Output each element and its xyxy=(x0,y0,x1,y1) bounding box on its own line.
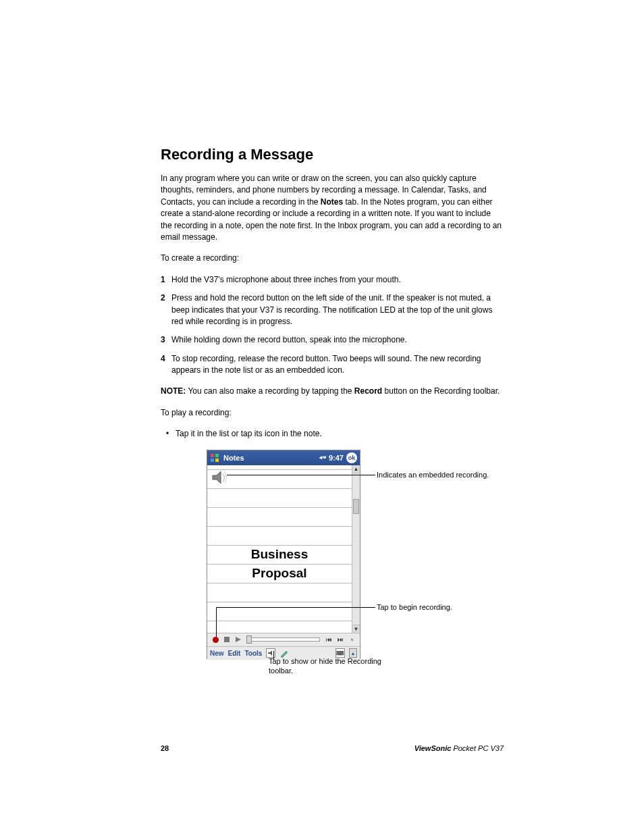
step-1: 1Hold the V37's microphone about three i… xyxy=(161,274,504,286)
scroll-up-arrow[interactable]: ▲ xyxy=(352,465,360,473)
svg-rect-2 xyxy=(211,459,214,462)
callout-toolbar-toggle: Tap to show or hide the Recording toolba… xyxy=(269,656,390,676)
note-line-2: Proposal xyxy=(207,564,352,583)
clock-time: 9:47 xyxy=(329,454,344,462)
progress-slider[interactable] xyxy=(247,637,320,642)
page-footer: 28 ViewSonic Pocket PC V37 xyxy=(161,744,504,752)
step-2: 2Press and hold the record button on the… xyxy=(161,292,504,328)
create-label: To create a recording: xyxy=(161,253,504,264)
callout-embedded: Indicates an embedded recording. xyxy=(377,470,491,479)
volume-icon[interactable]: ◀༄ xyxy=(319,454,326,461)
leader-line-1 xyxy=(227,475,375,475)
rewind-button[interactable]: ⏮ xyxy=(323,634,334,645)
note-bold-record: Record xyxy=(354,386,382,396)
step-4-text: To stop recording, release the record bu… xyxy=(171,354,481,375)
step-2-text: Press and hold the record button on the … xyxy=(171,293,492,326)
leader-line-2v xyxy=(216,607,217,637)
pocketpc-screenshot: Notes ◀༄ 9:47 ok Business Proposal ▲ xyxy=(207,450,360,659)
svg-rect-1 xyxy=(215,454,219,457)
page-heading: Recording a Message xyxy=(161,146,504,163)
stop-button[interactable] xyxy=(221,634,232,645)
step-3-text: While holding down the record button, sp… xyxy=(171,335,407,344)
menu-new[interactable]: New xyxy=(210,650,224,657)
scroll-down-arrow[interactable]: ▼ xyxy=(352,625,360,633)
step-3: 3While holding down the record button, s… xyxy=(161,334,504,346)
steps-list: 1Hold the V37's microphone about three i… xyxy=(161,274,504,377)
footer-model-text: Pocket PC V37 xyxy=(451,744,504,752)
play-bullet: Tap it in the list or tap its icon in th… xyxy=(161,428,504,440)
note-label: NOTE: xyxy=(161,386,186,396)
record-button[interactable] xyxy=(210,634,221,645)
ok-button[interactable]: ok xyxy=(346,452,357,463)
footer-model: ViewSonic Pocket PC V37 xyxy=(169,744,504,752)
menu-edit[interactable]: Edit xyxy=(228,650,241,657)
step-1-text: Hold the V37's microphone about three in… xyxy=(171,275,401,284)
footer-brand: ViewSonic xyxy=(414,744,452,752)
slider-knob[interactable] xyxy=(246,635,252,644)
menu-tools[interactable]: Tools xyxy=(244,650,262,657)
svg-marker-5 xyxy=(268,650,272,656)
svg-rect-3 xyxy=(215,459,219,462)
intro-bold-notes: Notes xyxy=(321,197,343,207)
svg-marker-4 xyxy=(213,471,221,484)
figure-area: Notes ◀༄ 9:47 ok Business Proposal ▲ xyxy=(161,450,504,700)
intro-paragraph: In any program where you can write or dr… xyxy=(161,173,504,243)
embedded-recording-icon[interactable] xyxy=(211,469,229,486)
start-flag-icon[interactable] xyxy=(210,452,221,463)
handwritten-note: Business Proposal xyxy=(207,545,352,583)
step-4: 4To stop recording, release the record b… xyxy=(161,353,504,377)
note-paragraph: NOTE: You can also make a recording by t… xyxy=(161,386,504,397)
leader-line-2h xyxy=(216,607,375,608)
title-bar: Notes ◀༄ 9:47 ok xyxy=(207,450,360,465)
audio-settings-button[interactable]: ৸ xyxy=(346,634,357,645)
play-bullet-list: Tap it in the list or tap its icon in th… xyxy=(161,428,504,440)
app-title: Notes xyxy=(223,454,244,462)
page-number: 28 xyxy=(161,744,169,752)
svg-rect-0 xyxy=(211,454,214,457)
note-post: button on the Recording toolbar. xyxy=(382,386,500,396)
recording-toolbar: ⏮ ⏭ ৸ xyxy=(207,633,360,646)
forward-button[interactable]: ⏭ xyxy=(335,634,346,645)
note-pre: You can also make a recording by tapping… xyxy=(186,386,354,396)
play-label: To play a recording: xyxy=(161,407,504,419)
note-line-1: Business xyxy=(207,545,352,564)
play-button[interactable] xyxy=(233,634,244,645)
scroll-thumb[interactable] xyxy=(353,499,359,514)
callout-begin-recording: Tap to begin recording. xyxy=(377,602,491,612)
